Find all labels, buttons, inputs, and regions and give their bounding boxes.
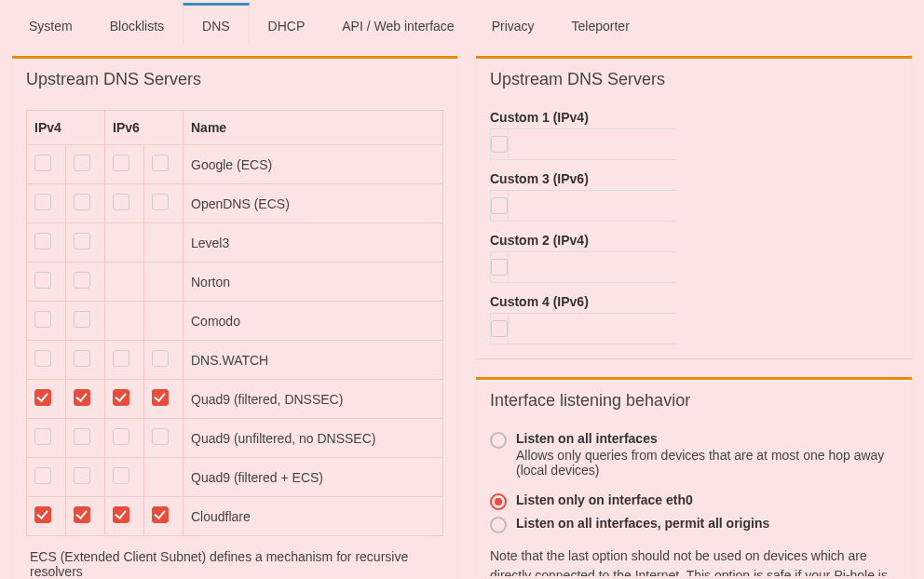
radio-button[interactable] <box>490 493 507 510</box>
table-row: Norton <box>27 263 443 302</box>
table-row: Comodo <box>27 302 443 341</box>
checkbox-cell <box>27 497 66 536</box>
checkbox-cell <box>66 380 105 419</box>
radio-option[interactable]: Listen on all interfacesAllows only quer… <box>490 431 898 487</box>
checkbox-cell <box>144 223 183 263</box>
tab-dns[interactable]: DNS <box>183 3 250 47</box>
custom-dns-input[interactable] <box>509 314 686 343</box>
checkbox-cell <box>144 419 183 458</box>
checkbox-cell <box>66 223 105 263</box>
checkbox-cell <box>27 419 66 458</box>
checkbox-cell <box>105 458 144 497</box>
checkbox-cell <box>66 145 105 184</box>
dns-provider-name: Quad9 (unfiltered, no DNSSEC) <box>183 419 443 458</box>
upstream-dns-box: Upstream DNS Servers IPv4 IPv6 Name Goog… <box>12 56 457 576</box>
dns-checkbox[interactable] <box>74 428 90 445</box>
table-row: Google (ECS) <box>27 145 443 184</box>
checkbox-cell <box>27 458 66 497</box>
custom-dns-title: Upstream DNS Servers <box>476 59 912 101</box>
radio-button[interactable] <box>490 517 507 533</box>
interface-listening-body: Listen on all interfacesAllows only quer… <box>476 422 912 576</box>
dns-checkbox[interactable] <box>113 428 129 445</box>
checkbox-cell <box>144 184 183 223</box>
dns-checkbox[interactable] <box>113 506 129 523</box>
checkbox-cell <box>105 302 144 341</box>
dns-provider-name: Norton <box>183 263 443 302</box>
dns-checkbox[interactable] <box>34 155 51 171</box>
tab-api-web-interface[interactable]: API / Web interface <box>323 3 472 47</box>
dns-checkbox[interactable] <box>34 350 51 367</box>
dns-provider-name: Level3 <box>183 223 443 263</box>
dns-checkbox[interactable] <box>74 506 90 523</box>
dns-checkbox[interactable] <box>113 467 129 484</box>
dns-checkbox[interactable] <box>152 350 169 367</box>
settings-tabs: SystemBlocklistsDNSDHCPAPI / Web interfa… <box>3 3 921 47</box>
tab-system[interactable]: System <box>10 3 91 47</box>
dns-checkbox[interactable] <box>152 428 169 445</box>
dns-checkbox[interactable] <box>152 506 169 523</box>
dns-checkbox[interactable] <box>74 233 90 249</box>
tab-privacy[interactable]: Privacy <box>473 3 553 47</box>
checkbox-cell <box>144 263 183 302</box>
listening-note: Note that the last option should not be … <box>490 546 898 576</box>
radio-button[interactable] <box>490 432 507 449</box>
custom-dns-input[interactable] <box>509 129 686 159</box>
dns-checkbox[interactable] <box>34 194 51 210</box>
checkbox-cell <box>27 380 66 419</box>
dns-checkbox[interactable] <box>74 155 90 171</box>
custom-dns-checkbox[interactable] <box>491 197 508 214</box>
dns-checkbox[interactable] <box>34 233 51 249</box>
checkbox-cell <box>66 184 105 223</box>
dns-checkbox[interactable] <box>34 389 51 406</box>
checkbox-cell <box>27 145 66 184</box>
checkbox-cell <box>66 263 105 302</box>
radio-option[interactable]: Listen only on interface eth0 <box>490 492 898 510</box>
upstream-dns-title: Upstream DNS Servers <box>12 59 457 101</box>
dns-checkbox[interactable] <box>113 155 129 171</box>
custom-dns-checkbox[interactable] <box>491 320 508 337</box>
dns-provider-name: DNS.WATCH <box>183 341 443 380</box>
custom-dns-checkbox[interactable] <box>491 136 508 153</box>
custom-dns-body: Custom 1 (IPv4)Custom 3 (IPv6)Custom 2 (… <box>476 101 912 358</box>
dns-checkbox[interactable] <box>74 311 90 328</box>
tab-blocklists[interactable]: Blocklists <box>91 3 183 47</box>
dns-provider-name: OpenDNS (ECS) <box>183 184 443 223</box>
tab-dhcp[interactable]: DHCP <box>250 3 324 47</box>
checkbox-cell <box>144 145 183 184</box>
dns-checkbox[interactable] <box>34 506 51 523</box>
checkbox-cell <box>105 341 144 380</box>
dns-checkbox[interactable] <box>152 389 169 406</box>
table-row: OpenDNS (ECS) <box>27 184 443 223</box>
dns-provider-name: Quad9 (filtered + ECS) <box>183 458 443 497</box>
dns-checkbox[interactable] <box>74 194 90 210</box>
dns-checkbox[interactable] <box>113 389 129 406</box>
dns-checkbox[interactable] <box>113 350 129 367</box>
checkbox-cell <box>144 302 183 341</box>
custom-dns-checkbox[interactable] <box>491 259 508 276</box>
dns-checkbox[interactable] <box>74 467 90 484</box>
custom-dns-input[interactable] <box>509 252 686 282</box>
dns-provider-name: Quad9 (filtered, DNSSEC) <box>183 380 443 419</box>
dns-checkbox[interactable] <box>74 350 90 367</box>
dns-checkbox[interactable] <box>152 155 169 171</box>
custom-dns-field: Custom 2 (IPv4) <box>490 233 676 283</box>
checkbox-cell <box>105 184 144 223</box>
dns-checkbox[interactable] <box>113 194 129 210</box>
dns-checkbox[interactable] <box>34 428 51 445</box>
dns-checkbox[interactable] <box>34 272 51 289</box>
custom-dns-input[interactable] <box>509 191 686 221</box>
dns-checkbox[interactable] <box>74 272 90 289</box>
custom-dns-row <box>490 313 676 344</box>
custom-dns-field: Custom 1 (IPv4) <box>490 110 676 160</box>
dns-checkbox[interactable] <box>152 194 169 210</box>
dns-checkbox[interactable] <box>34 467 51 484</box>
dns-checkbox[interactable] <box>74 389 90 406</box>
custom-dns-label: Custom 4 (IPv6) <box>490 294 676 309</box>
radio-option[interactable]: Listen on all interfaces, permit all ori… <box>490 516 898 533</box>
custom-dns-label: Custom 3 (IPv6) <box>490 171 676 186</box>
checkbox-cell <box>27 223 66 263</box>
checkbox-cell <box>105 263 144 302</box>
upstream-dns-body: IPv4 IPv6 Name Google (ECS)OpenDNS (ECS)… <box>12 101 457 576</box>
tab-teleporter[interactable]: Teleporter <box>553 3 648 47</box>
dns-checkbox[interactable] <box>34 311 51 328</box>
